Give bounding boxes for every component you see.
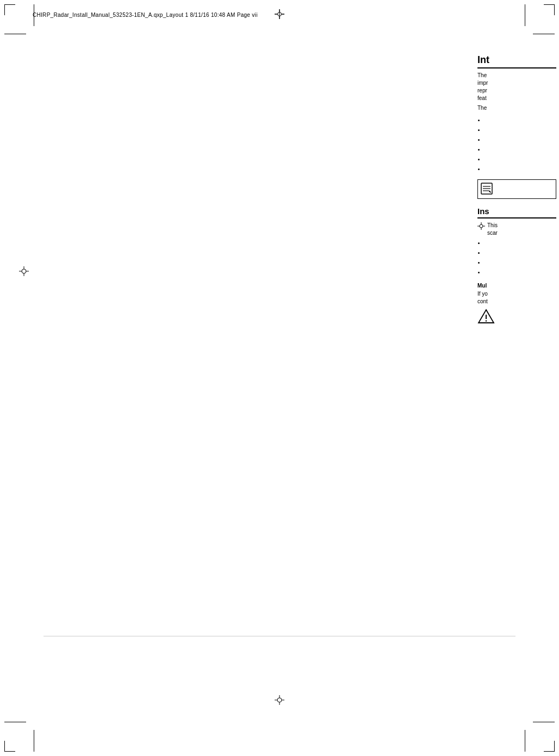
- multi-paragraph: If yo cont: [477, 290, 556, 305]
- install-bullet-item-2: [485, 249, 556, 258]
- install-bullet-item-1: [485, 239, 556, 248]
- right-vline-bottom: [525, 730, 525, 752]
- bottom-hline-right: [533, 722, 555, 722]
- left-crosshair: [19, 266, 29, 278]
- corner-mark-tl: [4, 4, 15, 15]
- svg-point-6: [486, 320, 487, 321]
- page-header: CHIRP_Radar_Install_Manual_532523-1EN_A.…: [33, 12, 526, 18]
- top-hline-right: [533, 34, 555, 34]
- bottom-separator-line: [44, 636, 515, 636]
- bullet-item-6: [485, 165, 556, 174]
- svg-point-4: [489, 191, 490, 192]
- left-vline-bottom: [34, 730, 34, 752]
- intro-paragraph: The impr repr feat: [477, 72, 556, 102]
- bullet-item-1: [485, 116, 556, 125]
- bullet-item-4: [485, 146, 556, 154]
- install-crosshair-icon: [477, 222, 485, 232]
- note-box: [477, 179, 556, 199]
- multi-label: Mul: [477, 283, 556, 289]
- bullet-item-3: [485, 136, 556, 145]
- header-filename: CHIRP_Radar_Install_Manual_532523-1EN_A.…: [33, 12, 258, 18]
- intro-section-title: Int: [477, 54, 556, 68]
- corner-mark-tr: [544, 4, 555, 15]
- warning-triangle-icon: [477, 309, 495, 324]
- bottom-hline-left: [4, 722, 26, 722]
- note-icon: [481, 183, 493, 196]
- install-bullet-item-3: [485, 259, 556, 267]
- top-hline-left: [4, 34, 26, 34]
- page-container: CHIRP_Radar_Install_Manual_532523-1EN_A.…: [0, 0, 559, 756]
- warning-icon-container: [477, 309, 556, 326]
- corner-mark-bl: [4, 741, 15, 752]
- intro-bullet-list: [477, 116, 556, 174]
- install-paragraph: This scar: [477, 222, 556, 237]
- header-crosshair-icon: [275, 9, 284, 21]
- content-right: Int The impr repr feat The: [477, 54, 559, 326]
- install-bullet-item-4: [485, 268, 556, 277]
- install-bullet-list: [477, 239, 556, 277]
- intro-paragraph2: The: [477, 104, 556, 112]
- bullet-item-5: [485, 155, 556, 164]
- install-section-title: Ins: [477, 207, 556, 218]
- bullet-item-2: [485, 126, 556, 135]
- corner-mark-br: [544, 741, 555, 752]
- bottom-crosshair: [275, 695, 284, 707]
